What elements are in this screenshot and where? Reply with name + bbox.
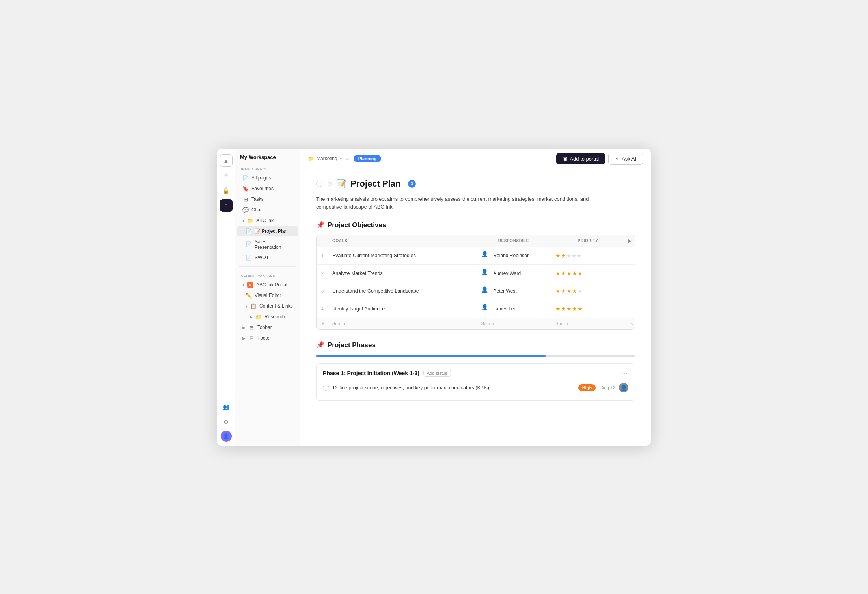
ask-ai-button[interactable]: ✧ Ask AI <box>608 153 643 165</box>
page-description: The marketing analysis project aims to c… <box>316 195 600 212</box>
row-num-1: 1 <box>317 249 328 262</box>
phase-1-title: Phase 1: Project Initiation (Week 1-3) <box>323 370 419 376</box>
settings-icon[interactable]: ⚙ <box>220 416 233 428</box>
user-name-3: Peter West <box>494 288 517 294</box>
sidebar-item-visual-editor[interactable]: ✏️ Visual Editor <box>237 291 298 301</box>
user-name-2: Audrey Ward <box>494 271 521 276</box>
sidebar-item-abc-ink[interactable]: ▾ 📁 ABC Ink <box>237 216 298 226</box>
chevron-footer-icon: ▶ <box>242 336 246 340</box>
responsible-1: 👤 Roland Robinson <box>477 247 551 264</box>
progress-bar-container <box>316 355 635 357</box>
table-row: 3 Understand the Competitive Landscape 👤… <box>317 282 635 300</box>
responsible-3: 👤 Peter West <box>477 282 551 300</box>
content-icon: 📋 <box>250 303 257 309</box>
user-name-4: James Lee <box>494 306 517 312</box>
sidebar-item-swot[interactable]: 📄 SWOT <box>237 253 298 263</box>
priority-2: ★★★★★ <box>551 266 625 280</box>
sum-0: ⊻ <box>317 318 328 329</box>
sidebar-label-abc-portal: ABC Ink Portal <box>256 282 287 288</box>
sidebar-label-footer: Footer <box>257 335 271 341</box>
expand-1 <box>625 252 635 260</box>
empty-stars-1: ★★★ <box>566 252 582 259</box>
col-check <box>317 235 328 247</box>
users-icon[interactable]: 👥 <box>220 401 233 413</box>
goal-3: Understand the Competitive Landscape <box>328 284 477 298</box>
page-title-row: ☺ 📝 Project Plan 3 <box>316 179 635 189</box>
doc-icon-3: 📄 <box>246 255 252 261</box>
sidebar-label-favourites: Favourites <box>251 186 274 191</box>
user-avatar-strip[interactable]: 👤 <box>221 431 232 442</box>
task-date-1: Aug 12 <box>601 385 615 390</box>
task-user-avatar-1: 👤 <box>619 383 628 392</box>
expand-3 <box>625 287 635 295</box>
add-to-portal-button[interactable]: ▣ Add to portal <box>556 153 605 164</box>
sidebar-item-abc-ink-portal[interactable]: ▾ N ABC Ink Portal <box>237 280 298 290</box>
sum-expand: ⤡ <box>625 318 635 329</box>
phases-section: 📌 Project Phases Phase 1: Project Initia… <box>316 341 635 401</box>
breadcrumb: 📁 Marketing ▾ <box>308 156 342 161</box>
tasks-icon: ⊞ <box>242 196 249 202</box>
lock-icon[interactable]: 🔒 <box>220 184 233 197</box>
page-content: ☺ 📝 Project Plan 3 The marketing analysi… <box>300 169 651 446</box>
task-checkbox-1[interactable] <box>323 385 329 391</box>
chat-icon: 💬 <box>242 207 249 213</box>
sidebar-label-project-plan: 📝 Project Plan <box>255 228 287 234</box>
sidebar-item-project-plan[interactable]: 📄 📝 Project Plan <box>237 226 298 236</box>
row-num-2: 2 <box>317 267 328 280</box>
footer-icon: ⊟ <box>248 335 255 341</box>
row-num-3: 3 <box>317 285 328 297</box>
task-text-1: Define project scope, objectives, and ke… <box>333 385 574 390</box>
portal-icon: N <box>247 282 253 288</box>
sidebar-item-content-links[interactable]: ▾ 📋 Content & Links <box>237 301 298 311</box>
folder-icon: 📁 <box>247 218 253 224</box>
sidebar-label-research: Research <box>264 314 285 319</box>
goal-4: Identify Target Audience <box>328 302 477 316</box>
icon-strip: ▲ + 🔒 ⌂ 👥 ⚙ 👤 <box>217 149 235 446</box>
tag-planning[interactable]: Planning <box>354 155 381 162</box>
sidebar-label-content-links: Content & Links <box>259 303 293 309</box>
main-header: 📁 Marketing ▾ 🏷 Planning ▣ Add to portal… <box>300 149 651 169</box>
home-icon[interactable]: ⌂ <box>220 199 233 212</box>
stars-4: ★★★★★ <box>555 306 583 312</box>
add-status-button[interactable]: Add status <box>423 370 451 377</box>
breadcrumb-arrow: ▾ <box>340 157 342 161</box>
sidebar-item-topbar[interactable]: ▶ ⊟ Topbar <box>237 323 298 332</box>
page-status-circle <box>316 181 322 187</box>
sidebar-item-research[interactable]: ▶ 📁 Research <box>237 312 298 322</box>
client-portals-label: CLIENT PORTALS <box>235 270 300 279</box>
sum-responsible: Sum:5 <box>477 318 551 329</box>
chevron-portal-icon: ▾ <box>242 282 244 287</box>
chevron-topbar-icon: ▶ <box>242 325 246 330</box>
responsible-2: 👤 Audrey Ward <box>477 265 551 282</box>
breadcrumb-marketing: Marketing <box>317 156 337 161</box>
phases-heading: 📌 Project Phases <box>316 341 635 349</box>
chevron-down-icon: ▾ <box>242 219 244 223</box>
sidebar-item-footer[interactable]: ▶ ⊟ Footer <box>237 333 298 343</box>
sum-row: ⊻ Sum:5 Sum:5 Sum:5 ⤡ <box>317 318 635 329</box>
goal-1: Evaluate Current Marketing Strategies <box>328 249 477 262</box>
sidebar-item-favourites[interactable]: 🔖 Favourites <box>237 184 298 194</box>
add-icon[interactable]: + <box>220 169 233 182</box>
sidebar-item-tasks[interactable]: ⊞ Tasks <box>237 194 298 204</box>
sidebar-label-visual-editor: Visual Editor <box>255 293 281 298</box>
folder-research-icon: 📁 <box>255 314 262 320</box>
portal-btn-icon: ▣ <box>563 156 567 162</box>
logo-icon[interactable]: ▲ <box>220 154 233 167</box>
row-num-4: 4 <box>317 303 328 315</box>
pin-icon-objectives: 📌 <box>316 221 324 229</box>
priority-1: ★★★★★ <box>551 248 625 263</box>
sidebar-label-all-pages: All pages <box>251 175 271 181</box>
progress-bar-fill <box>316 355 546 357</box>
sidebar-item-chat[interactable]: 💬 Chat <box>237 205 298 215</box>
phase-menu-icon[interactable]: ⋯ <box>621 369 628 377</box>
stars-1: ★★ <box>555 252 566 259</box>
chevron-research-icon: ▶ <box>250 315 253 319</box>
sidebar-item-all-pages[interactable]: 📄 All pages <box>237 173 298 183</box>
table-header: GOALS RESPONSIBLE PRIORITY ▶ <box>317 235 635 247</box>
col-expand: ▶ <box>625 235 635 247</box>
sidebar-item-sales-pres[interactable]: 📄 Sales Presentation <box>237 237 298 252</box>
workspace-name: My Workspace <box>240 154 276 160</box>
empty-stars-3: ★ <box>577 288 583 294</box>
header-actions: ▣ Add to portal ✧ Ask AI <box>556 153 643 165</box>
table-row: 4 Identify Target Audience 👤 James Lee ★… <box>317 300 635 318</box>
